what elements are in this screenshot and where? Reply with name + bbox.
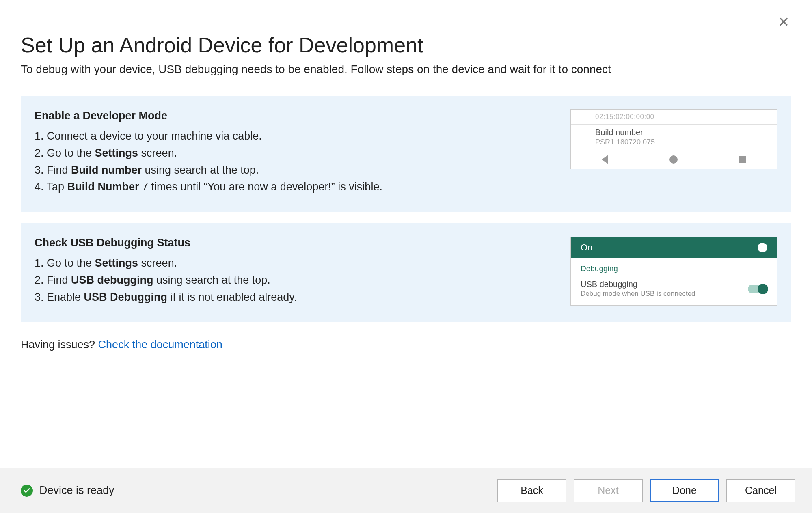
panel1-step2: 2. Go to the Settings screen. (35, 145, 570, 162)
mock1-build-value: PSR1.180720.075 (595, 138, 655, 146)
documentation-link[interactable]: Check the documentation (98, 338, 222, 351)
back-nav-icon (602, 155, 608, 164)
mock2-item-subtitle: Debug mode when USB is connected (581, 290, 695, 298)
cancel-button[interactable]: Cancel (726, 479, 795, 502)
device-mock-usb-debugging: On Debugging USB debugging Debug mode wh… (570, 237, 777, 306)
footer-bar: Device is ready Back Next Done Cancel (0, 468, 812, 513)
mock2-on-label: On (581, 242, 592, 253)
mock2-section-label: Debugging (571, 258, 777, 277)
home-nav-icon (669, 155, 678, 164)
mock2-item-title: USB debugging (581, 280, 695, 289)
main-content: Set Up an Android Device for Development… (0, 0, 812, 322)
panel2-heading: Check USB Debugging Status (35, 235, 570, 252)
panel1-step3: 3. Find Build number using search at the… (35, 162, 570, 179)
panel2-step1: 1. Go to the Settings screen. (35, 255, 570, 272)
next-button: Next (574, 479, 643, 502)
mock1-navbar (571, 150, 777, 169)
panel2-text: Check USB Debugging Status 1. Go to the … (35, 235, 570, 306)
page-title: Set Up an Android Device for Development (21, 33, 791, 57)
mock2-header-toggle-icon (758, 243, 767, 252)
mock1-build-row: Build number PSR1.180720.075 (571, 125, 777, 150)
check-usb-debugging-panel: Check USB Debugging Status 1. Go to the … (21, 223, 791, 322)
device-mock-build-number: 02:15:02:00:00:00 Build number PSR1.1807… (570, 109, 777, 169)
status-area: Device is ready (21, 484, 114, 497)
check-circle-icon (21, 485, 33, 497)
enable-developer-mode-panel: Enable a Developer Mode 1. Connect a dev… (21, 96, 791, 212)
recent-nav-icon (739, 156, 746, 163)
issues-prefix: Having issues? (21, 338, 98, 351)
panel1-step1: 1. Connect a device to your machine via … (35, 128, 570, 145)
mock1-truncated: 02:15:02:00:00:00 (571, 110, 777, 125)
close-icon[interactable]: ✕ (778, 15, 789, 29)
mock1-build-label: Build number (595, 128, 753, 137)
mock2-usb-item: USB debugging Debug mode when USB is con… (571, 277, 777, 305)
page-subtitle: To debug with your device, USB debugging… (21, 63, 791, 76)
back-button[interactable]: Back (497, 479, 566, 502)
mock2-header: On (571, 237, 777, 258)
panel2-step3: 3. Enable USB Debugging if it is not ena… (35, 289, 570, 306)
panel1-heading: Enable a Developer Mode (35, 108, 570, 125)
footer-buttons: Back Next Done Cancel (497, 479, 795, 502)
status-text: Device is ready (39, 484, 114, 497)
issues-line: Having issues? Check the documentation (0, 334, 812, 351)
panel2-step2: 2. Find USB debugging using search at th… (35, 272, 570, 289)
done-button[interactable]: Done (650, 479, 719, 502)
mock2-toggle-icon (748, 285, 767, 293)
panel1-text: Enable a Developer Mode 1. Connect a dev… (35, 108, 570, 196)
panel1-step4: 4. Tap Build Number 7 times until “You a… (35, 179, 570, 196)
